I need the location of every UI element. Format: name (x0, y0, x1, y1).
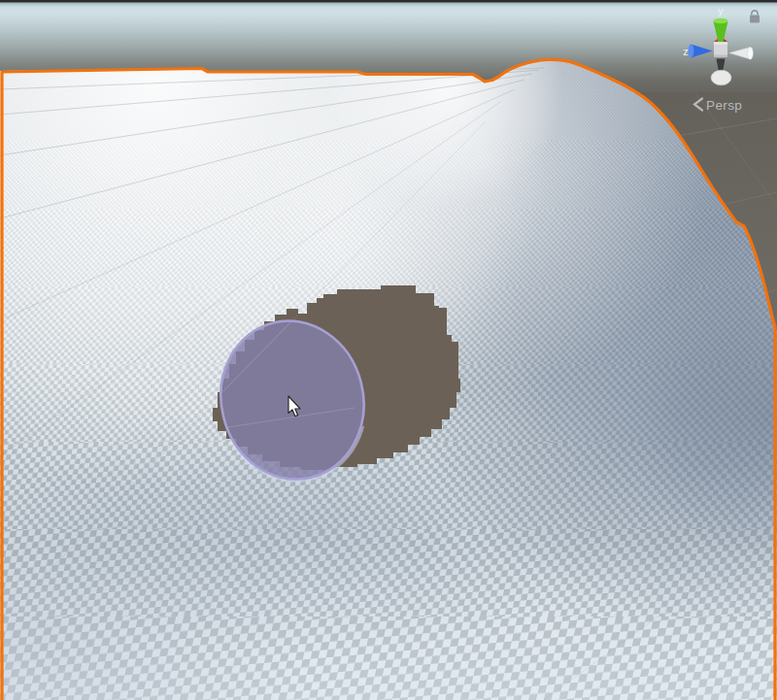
terrain-surface[interactable] (0, 53, 777, 700)
axis-z-label: z (683, 46, 689, 57)
unity-scene-view[interactable]: y z (0, 0, 777, 700)
gizmo-center-cube[interactable] (714, 43, 727, 58)
window-top-edge (0, 0, 777, 3)
scene-canvas[interactable]: y z (0, 0, 777, 700)
projection-label: Persp (706, 98, 742, 113)
terrain-texture (0, 53, 777, 700)
axis-y-label: y (718, 5, 724, 17)
